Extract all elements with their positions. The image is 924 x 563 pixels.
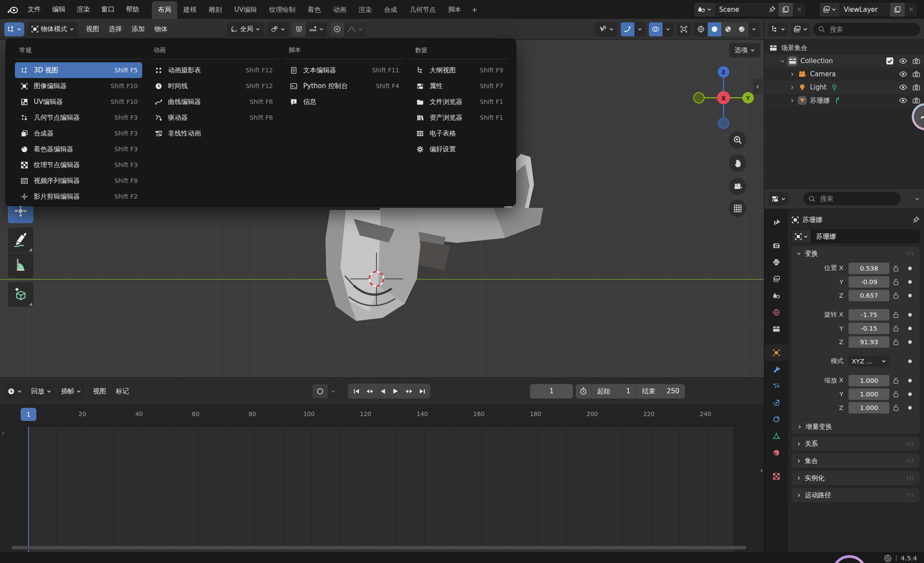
auto-key-dropdown[interactable] [328, 384, 339, 398]
properties-tab-material[interactable] [764, 444, 788, 461]
jump-to-end-button[interactable] [415, 385, 429, 398]
shading-material-button[interactable] [721, 22, 735, 36]
timeline-editor-type-button[interactable] [4, 384, 25, 399]
checkbox-icon[interactable] [886, 57, 894, 65]
scene-selector[interactable]: Scene [694, 2, 806, 17]
viewport-menu[interactable]: 添加 [127, 23, 150, 36]
eye-toggle-icon[interactable] [899, 71, 907, 77]
editor-menu-item[interactable]: 文件浏览器Shift F1 [411, 94, 508, 110]
outliner-filter-dropdown[interactable] [791, 23, 810, 36]
properties-tab-wrench[interactable] [764, 361, 788, 378]
camera-visibility-icon[interactable] [913, 71, 920, 78]
overlays-toggle[interactable] [649, 22, 663, 36]
frame-end-field[interactable]: 结束250 [636, 384, 685, 399]
delta-transform-subpanel[interactable]: 增量变换 [791, 420, 920, 434]
panel-header[interactable]: 集合 [791, 454, 920, 468]
chevron-down-icon[interactable] [777, 59, 787, 64]
animate-dot[interactable] [908, 360, 912, 363]
timeline-expand-arrow[interactable]: › [2, 429, 4, 437]
object-type-icon-button[interactable] [791, 229, 811, 243]
animate-dot[interactable] [908, 327, 912, 330]
timeline-menu[interactable]: 标记 [111, 385, 134, 398]
outliner-row[interactable]: 苏珊娜 [764, 94, 924, 107]
animate-dot[interactable] [908, 406, 912, 410]
chevron-right-icon[interactable] [787, 72, 797, 77]
topbar-menu[interactable]: 帮助 [120, 3, 145, 16]
editor-menu-item[interactable]: UV编辑器Shift F10 [15, 94, 142, 110]
grip-dots-icon[interactable] [906, 442, 915, 446]
outliner-search[interactable] [813, 23, 920, 36]
workspace-tab[interactable]: 着色 [301, 1, 327, 19]
editor-menu-item[interactable]: 合成器Shift F3 [15, 125, 142, 141]
properties-tab-particles[interactable] [764, 378, 788, 394]
viewport-menu[interactable]: 视图 [81, 23, 104, 36]
lock-open-icon[interactable] [889, 404, 903, 411]
panel-header[interactable]: 关系 [791, 437, 920, 451]
timeline-menu-dropdown[interactable]: 回放 [28, 384, 55, 399]
viewlayer-remove-button[interactable] [905, 7, 917, 12]
editor-menu-item[interactable]: 非线性动画 [149, 125, 277, 141]
grip-dots-icon[interactable] [906, 476, 915, 480]
topbar-menu[interactable]: 渲染 [71, 3, 96, 16]
value-field[interactable]: 0.538 [849, 263, 889, 274]
playhead-line[interactable] [28, 427, 29, 552]
viewport-menu[interactable]: 选择 [104, 23, 127, 36]
properties-search[interactable] [803, 192, 901, 205]
outliner-row[interactable]: Camera [764, 68, 924, 81]
topbar-menu[interactable]: 文件 [22, 3, 47, 16]
object-visibility-dropdown[interactable] [595, 22, 617, 36]
perspective-toggle-button[interactable] [729, 200, 746, 217]
lock-open-icon[interactable] [889, 339, 903, 346]
current-fr ame-field[interactable]: 1 [530, 384, 573, 399]
chevron-right-icon[interactable] [787, 85, 797, 90]
camera-visibility-icon[interactable] [913, 97, 920, 104]
scene-copy-button[interactable] [778, 3, 793, 17]
editor-menu-item[interactable]: 文本编辑器Shift F11 [284, 62, 404, 78]
shading-solid-button[interactable] [708, 22, 721, 36]
editor-menu-item[interactable]: 视频序列编辑器Shift F8 [15, 173, 142, 189]
tool-measure-button[interactable] [8, 253, 33, 278]
chevron-down-icon[interactable] [915, 196, 920, 201]
pin-icon[interactable] [912, 216, 920, 224]
properties-tab-tool[interactable] [764, 214, 788, 230]
mode-selector[interactable]: 物体模式 [28, 22, 78, 36]
panel-header[interactable]: 运动路径 [791, 488, 920, 502]
outliner-item-label[interactable]: 苏珊娜 [810, 96, 830, 105]
outliner-item-label[interactable]: Collection [800, 57, 833, 65]
playhead-badge[interactable]: 1 [21, 408, 36, 421]
camera-visibility-icon[interactable] [913, 84, 920, 91]
topbar-menu[interactable]: 编辑 [47, 3, 71, 16]
outliner-item-label[interactable]: Light [810, 83, 826, 91]
editor-type-button[interactable] [4, 22, 24, 36]
lock-open-icon[interactable] [889, 311, 903, 318]
chevron-right-icon[interactable] [787, 98, 797, 103]
viewport-menu[interactable]: 物体 [150, 23, 172, 36]
timeline-menu-dropdown[interactable]: 插帧 [57, 384, 85, 399]
timeline-sidebar-chevron[interactable]: ‹ [760, 466, 763, 474]
outliner-search-input[interactable] [829, 25, 915, 34]
workspace-tab[interactable]: 纹理绘制 [263, 1, 301, 19]
properties-tab-world[interactable] [764, 304, 788, 321]
workspace-tab[interactable]: 脚本 [442, 1, 467, 19]
outliner-row[interactable]: 场景集合 [764, 41, 924, 54]
properties-tab-printer[interactable] [764, 254, 788, 271]
xray-toggle[interactable] [677, 22, 691, 36]
lock-open-icon[interactable] [889, 265, 903, 272]
shading-rendered-button[interactable] [735, 22, 749, 36]
editor-menu-item[interactable]: 图像编辑器Shift F10 [15, 78, 142, 94]
editor-menu-item[interactable]: 动画摄影表Shift F12 [149, 62, 277, 78]
auto-key-toggle[interactable] [312, 384, 328, 398]
pin-icon[interactable] [766, 6, 778, 13]
workspace-tab[interactable]: 渲染 [352, 1, 378, 19]
value-field[interactable]: 1.000 [849, 402, 889, 413]
editor-menu-item[interactable]: Python 控制台Shift F4 [284, 78, 404, 94]
editor-menu-item[interactable]: 时间线Shift F12 [149, 78, 277, 94]
outliner-item-label[interactable]: Camera [810, 70, 836, 78]
breadcrumb-object-name[interactable]: 苏珊娜 [802, 216, 822, 224]
navigation-gizmo[interactable]: Z Y X [691, 63, 757, 133]
rotation-mode-dropdown[interactable]: XYZ ... [849, 356, 889, 367]
outliner-row[interactable]: Light [764, 81, 924, 94]
workspace-tab[interactable]: 动画 [327, 1, 352, 19]
workspace-tab[interactable]: 建模 [177, 1, 203, 19]
editor-menu-item[interactable]: 大纲视图Shift F9 [411, 62, 508, 78]
